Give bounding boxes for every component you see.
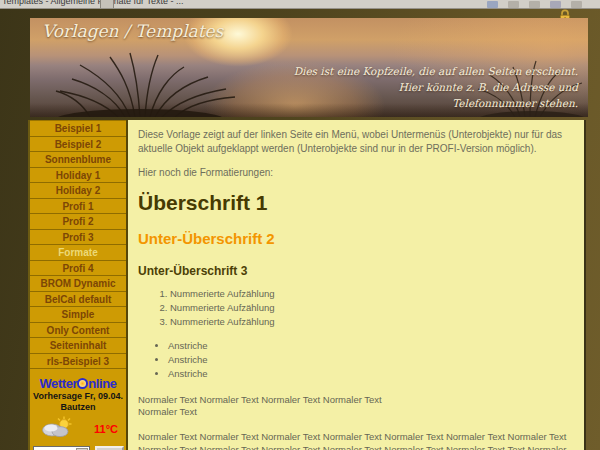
- forecast-label: Vorhersage Fr, 09.04.: [30, 391, 126, 402]
- site-title: Vorlagen / Templates: [42, 21, 223, 41]
- normal-text-short: Normaler Text Normaler Text Normaler Tex…: [138, 394, 574, 420]
- bullet-list: Anstriche Anstriche Anstriche: [168, 339, 574, 380]
- sun-behind-cloud-icon: [40, 416, 74, 442]
- list-item: Anstriche: [168, 339, 574, 353]
- normal-text-long: Normaler Text Normaler Text Normaler Tex…: [138, 431, 574, 450]
- go-button[interactable]: GO: [95, 446, 124, 450]
- list-item: Anstriche: [168, 353, 574, 367]
- sidebar-item-only-content[interactable]: Only Content: [30, 323, 126, 339]
- intro-paragraph: Diese Vorlage zeigt auf der linken Seite…: [138, 128, 574, 156]
- main-content: Diese Vorlage zeigt auf der linken Seite…: [128, 120, 586, 450]
- sidebar-item-beispiel-2[interactable]: Beispiel 2: [30, 137, 126, 153]
- heading-1: Überschrift 1: [138, 191, 574, 215]
- sidebar-item-profi-4[interactable]: Profi 4: [30, 261, 126, 277]
- toolbar-icon[interactable]: [487, 1, 498, 8]
- sidebar-item-simple[interactable]: Simple: [30, 307, 126, 323]
- sidebar-item-holiday-2[interactable]: Holiday 2: [30, 183, 126, 199]
- sidebar-item-brom-dynamic[interactable]: BROM Dynamic: [30, 276, 126, 292]
- brand-prefix: Wetter: [39, 376, 77, 391]
- forecast-location: Bautzen: [30, 402, 126, 413]
- brand-suffix: nline: [88, 376, 116, 391]
- sidebar-item-formate[interactable]: Formate: [30, 245, 126, 261]
- sidebar-item-holiday-1[interactable]: Holiday 1: [30, 168, 126, 184]
- list-item: Anstriche: [168, 367, 574, 381]
- list-item: Nummerierte Aufzählung: [170, 315, 574, 329]
- header-tagline: Dies ist eine Kopfzeile, die auf allen S…: [294, 64, 578, 111]
- sidebar-item-beispiel-1[interactable]: Beispiel 1: [30, 121, 126, 137]
- list-item: Nummerierte Aufzählung: [170, 287, 574, 301]
- sidebar-item-profi-1[interactable]: Profi 1: [30, 199, 126, 215]
- heading-3: Unter-Überschrift 3: [138, 264, 574, 278]
- temperature-value: 11°C: [94, 423, 118, 435]
- navigation-menu: Beispiel 1 Beispiel 2 Sonnenblume Holida…: [30, 120, 126, 369]
- browser-window: Templates - Allgemeine Formate für Texte…: [0, 0, 600, 450]
- sidebar-item-belcal-default[interactable]: BelCal default: [30, 292, 126, 308]
- sidebar-item-profi-2[interactable]: Profi 2: [30, 214, 126, 230]
- weather-widget: Wetternline Vorhersage Fr, 09.04. Bautze…: [30, 377, 126, 450]
- browser-chrome: Templates - Allgemeine Formate für Texte…: [0, 0, 600, 9]
- sun-o-icon: [77, 378, 88, 389]
- toolbar-separator: [100, 0, 114, 9]
- header-image: Vorlagen / Templates Dies ist eine Kopfz…: [30, 18, 588, 117]
- list-item: Nummerierte Aufzählung: [170, 301, 574, 315]
- wetteronline-logo[interactable]: Wetternline: [30, 377, 126, 391]
- forecast-range-select[interactable]: 3 Tage ▼: [33, 446, 90, 450]
- toolbar-icon[interactable]: [529, 1, 540, 8]
- toolbar-icon[interactable]: [571, 1, 582, 8]
- sidebar-item-rls-beispiel-3[interactable]: rls-Beispiel 3: [30, 354, 126, 370]
- browser-toolbar-icons: [487, 1, 582, 8]
- toolbar-icon[interactable]: [508, 1, 519, 8]
- sidebar-item-sonnenblume[interactable]: Sonnenblume: [30, 152, 126, 168]
- numbered-list: Nummerierte Aufzählung Nummerierte Aufzä…: [170, 287, 574, 328]
- formats-intro: Hier noch die Formatierungen:: [138, 167, 574, 178]
- browser-title: Templates - Allgemeine Formate für Texte…: [2, 0, 183, 6]
- toolbar-icon[interactable]: [550, 1, 561, 8]
- sidebar-item-profi-3[interactable]: Profi 3: [30, 230, 126, 246]
- heading-2: Unter-Überschrift 2: [138, 230, 574, 247]
- sidebar: Beispiel 1 Beispiel 2 Sonnenblume Holida…: [28, 120, 128, 450]
- sidebar-item-seiteninhalt[interactable]: Seiteninhalt: [30, 338, 126, 354]
